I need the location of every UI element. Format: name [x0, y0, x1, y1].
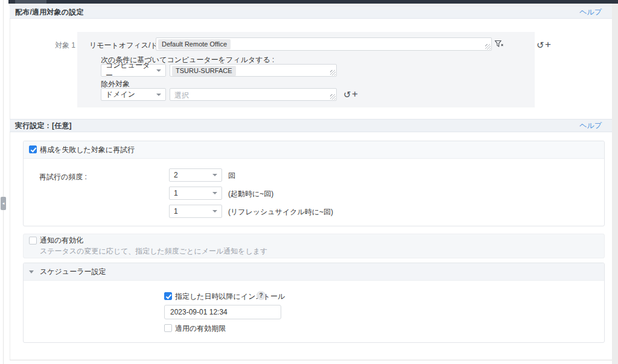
chevron-down-icon	[156, 94, 161, 96]
retry-refresh-value: 1	[174, 207, 178, 216]
section-title-distribution: 配布/適用対象の設定	[15, 7, 84, 18]
retry-refresh-dropdown[interactable]: 1	[169, 205, 222, 218]
section-header-distribution: 配布/適用対象の設定 ヘルプ	[10, 5, 612, 19]
scheduler-card	[23, 263, 605, 343]
exclude-placeholder: 選択	[174, 91, 189, 101]
computer-chip[interactable]: TSURU-SURFACE	[172, 66, 236, 76]
retry-boot-suffix: (起動時に~回)	[228, 189, 273, 199]
notification-title: 通知の有効化	[40, 235, 83, 246]
retry-boot-dropdown[interactable]: 1	[169, 187, 222, 200]
add-exclude-icon[interactable]: +	[352, 89, 358, 99]
filter-criteria-dropdown[interactable]: コンピューター	[101, 64, 166, 77]
filter-clear-icon[interactable]	[494, 40, 504, 50]
install-datetime-input[interactable]: 2023-09-01 12:34	[164, 305, 281, 319]
section-header-execution: 実行設定：[任意] ヘルプ	[10, 119, 612, 132]
remote-office-input[interactable]: Default Remote Office	[156, 37, 492, 51]
chevron-down-icon	[156, 69, 161, 72]
collapse-caret-icon[interactable]	[29, 270, 34, 273]
reset-target-icon[interactable]: ↺	[537, 40, 544, 49]
resize-handle[interactable]	[330, 94, 336, 100]
filter-criteria-value: コンピューター	[106, 60, 156, 81]
exclude-type-dropdown[interactable]: ドメイン	[101, 88, 166, 101]
retry-checkbox[interactable]	[29, 145, 37, 153]
help-link-distribution[interactable]: ヘルプ	[579, 7, 602, 18]
install-after-label: 指定した日時以降にインストール	[175, 292, 285, 302]
resize-handle[interactable]	[485, 44, 491, 49]
section-title-execution: 実行設定：[任意]	[15, 121, 72, 131]
retry-title: 構成を失敗した対象に再試行	[40, 145, 135, 155]
left-pane-divider	[3, 0, 4, 364]
resize-handle[interactable]	[330, 70, 336, 75]
notification-checkbox[interactable]	[29, 237, 37, 244]
computer-filter-input[interactable]: TSURU-SURFACE	[170, 64, 337, 77]
remote-office-chip[interactable]: Default Remote Office	[158, 39, 231, 49]
expiry-label: 適用の有効期限	[175, 324, 226, 334]
install-after-checkbox[interactable]	[164, 292, 172, 300]
chevron-down-icon	[212, 210, 217, 212]
retry-frequency-label: 再試行の頻度 :	[39, 172, 87, 182]
retry-refresh-suffix: (リフレッシュサイクル時に~回)	[228, 207, 333, 217]
right-scroll-track[interactable]	[612, 4, 618, 364]
exclude-type-value: ドメイン	[106, 89, 135, 100]
add-target-icon[interactable]: +	[545, 39, 551, 49]
chevron-down-icon	[212, 174, 217, 176]
retry-count-dropdown[interactable]: 2	[169, 168, 222, 182]
scheduler-title: スケジューラー設定	[40, 267, 106, 277]
retry-count-suffix: 回	[228, 171, 235, 181]
sidebar-collapse-handle[interactable]: ◂	[1, 197, 6, 210]
help-question-icon[interactable]: ?	[256, 291, 266, 300]
chevron-down-icon	[212, 192, 217, 194]
retry-boot-value: 1	[174, 189, 178, 197]
retry-count-value: 2	[174, 171, 178, 179]
exclude-value-input[interactable]: 選択	[170, 88, 337, 101]
notification-description: ステータスの変更に応じて、指定した頻度ごとにメール通知をします	[40, 246, 267, 257]
help-link-execution[interactable]: ヘルプ	[579, 121, 602, 131]
reset-exclude-icon[interactable]: ↺	[343, 90, 351, 99]
target-index-label: 対象 1	[48, 40, 75, 51]
scheduler-card-header	[24, 263, 604, 281]
expiry-checkbox[interactable]	[164, 324, 172, 332]
